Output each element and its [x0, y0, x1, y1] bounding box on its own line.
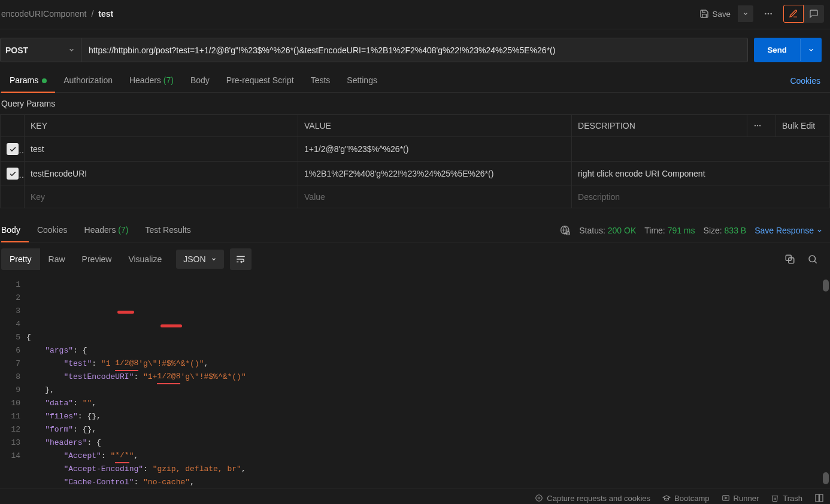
view-preview[interactable]: Preview	[74, 248, 120, 270]
more-actions-button[interactable]	[758, 5, 778, 23]
code-line: "test": "1 1/2@8'g\"!#$%^&*()",	[26, 357, 246, 371]
svg-point-3	[755, 125, 756, 126]
new-desc-input[interactable]	[578, 192, 823, 202]
footer-capture[interactable]: Capture requests and cookies	[535, 494, 650, 503]
svg-point-5	[759, 125, 761, 126]
svg-point-0	[765, 13, 767, 15]
resp-tab-body-label: Body	[1, 225, 20, 235]
code-line: "headers": {	[26, 436, 246, 450]
footer-bootcamp-label: Bootcamp	[674, 494, 710, 503]
body-toolbar: Pretty Raw Preview Visualize JSON	[0, 242, 830, 276]
tab-tests[interactable]: Tests	[302, 69, 339, 92]
send-label: Send	[754, 38, 800, 62]
param-value[interactable]: 1+1/2@8'g"!%23$%^%26*()	[298, 137, 572, 162]
code-line: "form": {},	[26, 423, 246, 436]
send-button[interactable]: Send	[754, 38, 822, 62]
resp-tab-tests-label: Test Results	[145, 225, 190, 235]
tab-tests-label: Tests	[311, 75, 331, 85]
table-row[interactable]: test1+1/2@8'g"!%23$%^%26*()	[1, 137, 830, 162]
footer-bootcamp[interactable]: Bootcamp	[662, 494, 710, 503]
code-line: "Accept": "*/*",	[26, 450, 246, 463]
breadcrumb-current[interactable]: test	[98, 9, 113, 19]
save-response-button[interactable]: Save Response	[755, 226, 829, 235]
view-pretty[interactable]: Pretty	[1, 248, 40, 270]
edit-mode-button[interactable]	[783, 5, 804, 23]
resp-tab-cookies[interactable]: Cookies	[37, 219, 76, 242]
wrap-lines-button[interactable]	[230, 248, 252, 270]
tab-settings[interactable]: Settings	[338, 69, 386, 92]
http-method-select[interactable]: POST	[0, 38, 81, 62]
svg-point-15	[536, 495, 543, 502]
resp-tab-cookies-label: Cookies	[37, 225, 68, 235]
editor-scrollbar[interactable]	[823, 280, 829, 484]
row-checkbox[interactable]	[7, 168, 19, 180]
code-line: "Cache-Control": "no-cache",	[26, 476, 246, 488]
col-key: KEY	[25, 115, 298, 137]
tab-authorization[interactable]: Authorization	[55, 69, 121, 92]
table-row[interactable]: testEncodeURI1%2B1%2F2%408'g%22!%23%24%2…	[1, 162, 830, 186]
topbar: encodeURIComponent / test Save	[0, 0, 830, 29]
comment-mode-button[interactable]	[804, 5, 824, 23]
footer-panes-button[interactable]	[814, 493, 824, 503]
save-response-label: Save Response	[755, 226, 814, 235]
table-row-new[interactable]	[1, 186, 830, 208]
bulk-edit-button[interactable]: Bulk Edit	[776, 115, 830, 137]
tab-headers-count: (7)	[163, 75, 174, 85]
send-options[interactable]	[800, 39, 822, 61]
footer-trash[interactable]: Trash	[771, 494, 802, 503]
cookies-link[interactable]: Cookies	[781, 70, 829, 92]
request-tabs: Params Authorization Headers (7) Body Pr…	[0, 69, 830, 93]
svg-marker-17	[725, 497, 726, 499]
request-row: POST Send	[0, 29, 830, 69]
search-response-button[interactable]	[807, 254, 818, 265]
row-checkbox[interactable]	[7, 143, 19, 155]
line-gutter: 1234567891011121314	[0, 276, 26, 488]
resp-tab-headers-count: (7)	[118, 225, 128, 235]
view-mode-segment: Pretty Raw Preview Visualize	[1, 248, 170, 270]
param-key[interactable]: testEncodeURI	[25, 162, 298, 186]
status-value: 200 OK	[608, 226, 636, 235]
language-select[interactable]: JSON	[176, 250, 223, 269]
copy-response-button[interactable]	[784, 254, 795, 265]
chevron-down-icon	[68, 47, 75, 53]
status-label: Status:	[579, 226, 605, 235]
param-key[interactable]: test	[25, 137, 298, 162]
size-value: 833 B	[725, 226, 747, 235]
param-value[interactable]: 1%2B1%2F2%408'g%22!%23%24%25%5E%26*()	[298, 162, 572, 186]
resp-tab-headers[interactable]: Headers (7)	[84, 219, 137, 242]
globe-icon[interactable]	[560, 225, 571, 236]
svg-point-2	[770, 13, 772, 15]
col-options-button[interactable]	[747, 115, 776, 137]
code-line: {	[26, 331, 246, 344]
new-value-input[interactable]	[304, 192, 565, 202]
tab-headers[interactable]: Headers (7)	[121, 69, 182, 92]
code-line: "data": "",	[26, 397, 246, 410]
footer-runner[interactable]: Runner	[722, 494, 759, 503]
resp-tab-body[interactable]: Body	[1, 219, 29, 242]
param-desc[interactable]: right click encode URI Component	[572, 162, 830, 186]
tab-params[interactable]: Params	[1, 69, 55, 92]
tab-body[interactable]: Body	[182, 69, 218, 92]
breadcrumb-parent[interactable]: encodeURIComponent	[1, 9, 86, 19]
breadcrumb-sep: /	[91, 9, 93, 19]
save-options-button[interactable]	[738, 5, 753, 22]
annotation-marker	[160, 324, 182, 327]
response-body-editor[interactable]: 1234567891011121314 { "args": { "test": …	[0, 276, 830, 488]
save-label: Save	[713, 10, 731, 19]
status-bar: Capture requests and cookies Bootcamp Ru…	[0, 488, 830, 504]
resp-tab-tests[interactable]: Test Results	[145, 219, 199, 242]
code-line: "args": {	[26, 344, 246, 357]
url-input[interactable]	[81, 38, 748, 62]
col-desc: DESCRIPTION	[572, 115, 747, 137]
param-desc[interactable]	[572, 137, 830, 162]
time-value: 791 ms	[668, 226, 695, 235]
view-visualize[interactable]: Visualize	[120, 248, 170, 270]
svg-line-13	[814, 261, 817, 263]
resp-tab-headers-label: Headers	[84, 225, 116, 235]
tab-auth-label: Authorization	[63, 75, 113, 85]
new-key-input[interactable]	[31, 192, 292, 202]
view-raw[interactable]: Raw	[40, 248, 74, 270]
code-area[interactable]: { "args": { "test": "1 1/2@8'g\"!#$%^&*(…	[26, 276, 246, 488]
save-button[interactable]: Save	[692, 5, 738, 22]
tab-prerequest[interactable]: Pre-request Script	[218, 69, 302, 92]
